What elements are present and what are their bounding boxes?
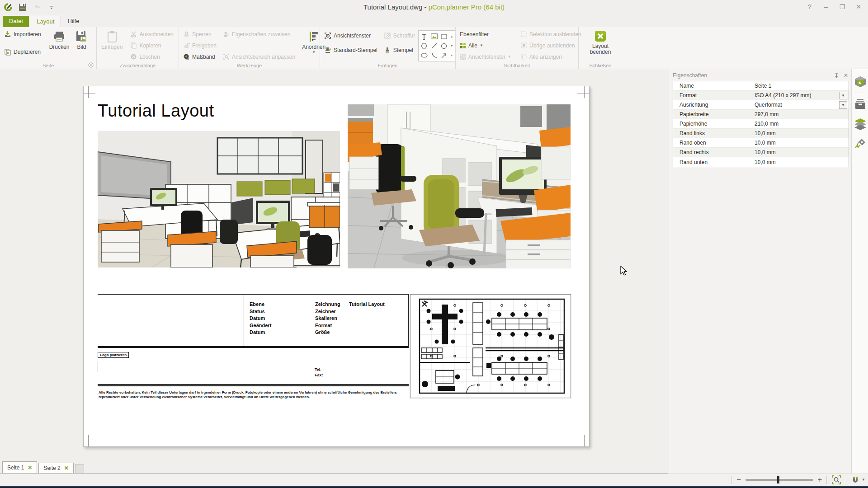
importieren-button[interactable]: Importieren: [2, 28, 43, 40]
measure-tape-icon: [183, 53, 190, 60]
layers-all-icon: [460, 42, 466, 49]
zoom-slider-thumb[interactable]: [777, 476, 779, 483]
sperren-button: Sperren: [181, 28, 219, 40]
page-tab-seite1[interactable]: Seite 1 ✕: [2, 461, 37, 473]
fit-view-icon: [223, 53, 230, 60]
property-row-papierbreite[interactable]: Papierbreite297,0 mm: [673, 110, 849, 119]
property-row-rand-links[interactable]: Rand links10,0 mm: [673, 129, 849, 138]
circle-tool[interactable]: [441, 43, 447, 49]
ribbon-tab-row: Datei Layout Hilfe: [0, 14, 868, 27]
annotation-pen-icon[interactable]: [852, 134, 868, 154]
ribbon-group-sichtbarkeit: Ebenenfilter Alle ▼ Ansichtsfenster ▼: [456, 27, 579, 69]
shape-palette: ▴ ▾ ▾: [418, 30, 455, 61]
ribbon-group-werkzeuge: Sperren Freigeben Maßband Eigenschaften …: [179, 27, 320, 69]
property-row-papierhoehe[interactable]: Papierhöhe210,0 mm: [673, 119, 849, 129]
hatch-icon: [384, 32, 391, 39]
help-button[interactable]: ?: [804, 2, 816, 12]
ribbon-group-zwischenablage: Einfügen Ausschneiden Kopieren Löschen: [97, 27, 179, 69]
close-page-tab-icon[interactable]: ✕: [28, 465, 32, 471]
snap-magnet-button[interactable]: ▼: [851, 475, 865, 484]
palette-scroll-up[interactable]: ▴: [451, 34, 453, 38]
image-tool[interactable]: [431, 33, 438, 39]
seite-dialog-launcher[interactable]: [88, 62, 94, 68]
ribbon-group-schliessen: Layout beenden Schließen: [579, 27, 622, 69]
paste-icon: [105, 30, 119, 43]
ebenenfilter-button[interactable]: Ebenenfilter: [458, 28, 514, 40]
duplizieren-button[interactable]: Duplizieren: [2, 46, 43, 57]
scissors-icon: [130, 31, 137, 38]
hide-others-icon: [520, 42, 527, 49]
property-row-rand-unten[interactable]: Rand unten10,0 mm: [673, 157, 849, 167]
document-title: Tutorial Layout.dwg -: [363, 3, 427, 11]
arc-tool[interactable]: [431, 52, 437, 58]
restore-button[interactable]: ❐: [836, 2, 848, 12]
tel-label: Tel:: [315, 367, 321, 372]
format-dropdown-button[interactable]: ▼: [839, 92, 847, 99]
titlebar: Tutorial Layout.dwg - pCon.planner Pro (…: [0, 0, 868, 14]
copy-icon: [130, 42, 137, 49]
property-row-format[interactable]: FormatISO A4 (210 x 297 mm) ▼: [673, 91, 849, 100]
ribbon: Importieren Duplizieren Drucken Bild: [0, 27, 868, 69]
exit-layout-icon: [594, 30, 607, 42]
layers-tool-icon[interactable]: [852, 114, 868, 134]
layout-canvas[interactable]: Tutorial Layout: [0, 69, 668, 474]
media-browser-icon[interactable]: [852, 94, 868, 114]
ausrichtung-dropdown-button[interactable]: ▼: [839, 101, 847, 109]
zoom-out-button[interactable]: −: [736, 476, 741, 483]
property-row-rand-oben[interactable]: Rand oben10,0 mm: [673, 138, 849, 148]
taskbar-sliver: [0, 486, 868, 488]
uebrige-ausblenden-button: Übrige ausblenden: [518, 40, 584, 51]
zoom-fit-button[interactable]: [831, 475, 841, 485]
drucken-button[interactable]: Drucken: [47, 28, 72, 50]
copyright-fine-print: Alle Rechte vorbehalten. Kein Teil diese…: [99, 390, 412, 399]
polygon-tool[interactable]: [421, 43, 427, 49]
show-all-icon: [520, 53, 527, 60]
einfuegen-button: Einfügen: [99, 28, 125, 50]
right-tool-strip: [851, 69, 868, 474]
properties-tool-icon[interactable]: [852, 72, 868, 92]
ebenenfilter-alle-button[interactable]: Alle ▼: [458, 40, 514, 51]
standard-stempel-button[interactable]: Standard-Stempel: [322, 43, 380, 57]
assign-properties-icon: [223, 31, 230, 38]
ellipse-tool[interactable]: [421, 53, 428, 58]
palette-more[interactable]: ▾: [451, 53, 453, 57]
zoom-slider[interactable]: [745, 479, 813, 481]
image-export-icon: [75, 30, 88, 43]
alle-dropdown-caret: ▼: [480, 44, 483, 47]
new-page-tab-stub[interactable]: [75, 464, 84, 473]
text-tool[interactable]: [421, 33, 427, 40]
rectangle-tool[interactable]: [441, 34, 447, 39]
freigeben-button: Freigeben: [181, 40, 219, 51]
pin-panel-icon[interactable]: [834, 73, 839, 78]
ausschneiden-button: Ausschneiden: [128, 28, 175, 40]
ansichtsfenster-button[interactable]: Ansichtsfenster: [322, 28, 380, 43]
delete-icon: [130, 53, 137, 60]
arrow-tool[interactable]: [441, 52, 447, 59]
loeschen-button: Löschen: [128, 51, 175, 62]
close-panel-icon[interactable]: ✕: [844, 72, 848, 79]
line-tool[interactable]: [431, 43, 437, 49]
property-row-name[interactable]: NameSeite 1: [673, 81, 849, 91]
bild-button[interactable]: Bild: [72, 28, 91, 50]
property-row-rand-rechts[interactable]: Rand rechts10,0 mm: [673, 148, 849, 157]
page-tab-bar: Seite 1 ✕ Seite 2 ✕: [0, 461, 668, 474]
schraffur-button: Schraffur: [382, 28, 417, 43]
close-button[interactable]: ✕: [853, 2, 864, 12]
palette-scroll-down[interactable]: ▾: [451, 44, 453, 48]
massband-button[interactable]: Maßband: [181, 51, 219, 62]
property-row-ausrichtung[interactable]: AusrichtungQuerformat ▼: [673, 100, 849, 110]
page-tab-seite2[interactable]: Seite 2 ✕: [38, 463, 73, 473]
tab-datei[interactable]: Datei: [3, 16, 29, 27]
tab-layout[interactable]: Layout: [30, 16, 61, 27]
zoom-in-button[interactable]: +: [818, 476, 822, 483]
close-page-tab-icon[interactable]: ✕: [64, 465, 69, 471]
stempel-button[interactable]: Stempel: [382, 43, 417, 57]
tab-hilfe[interactable]: Hilfe: [61, 16, 85, 27]
unlock-icon: [183, 42, 190, 49]
minimize-button[interactable]: –: [820, 2, 832, 12]
hide-selection-icon: [520, 31, 527, 38]
anordnen-dropdown-caret: ▼: [312, 51, 316, 54]
layout-beenden-button[interactable]: Layout beenden: [586, 28, 615, 55]
floor-plan-viewport[interactable]: [410, 294, 571, 398]
mouse-cursor: [620, 266, 628, 277]
